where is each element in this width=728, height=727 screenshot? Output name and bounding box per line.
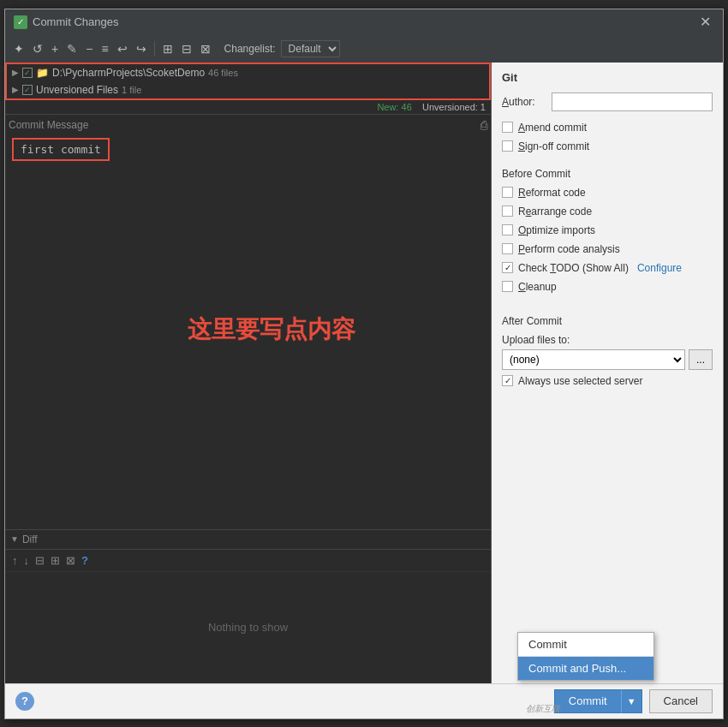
before-commit-divider: Before Commit (502, 168, 713, 180)
upload-row: (none) ... (502, 349, 713, 370)
dropdown-commit-push[interactable]: Commit and Push... (518, 656, 653, 680)
list-button[interactable]: ≡ (98, 40, 111, 57)
commit-dialog: ✓ Commit Changes ✕ ✦ ↺ + ✎ − ≡ ↩ ↪ ⊞ ⊟ ⊠… (4, 9, 724, 719)
rearrange-label: Rearrange code (518, 206, 592, 218)
analyze-label: Perform code analysis (518, 243, 620, 255)
after-commit-divider: After Commit (502, 315, 713, 327)
edit-button[interactable]: ✎ (63, 40, 81, 57)
tree-item-project[interactable]: ▶ 📁 D:\PycharmProjects\ScoketDemo 46 fil… (7, 64, 489, 81)
author-row: Author: (502, 92, 713, 111)
view2-button[interactable]: ⊟ (178, 40, 195, 57)
unversioned-count: 1 file (122, 85, 141, 95)
cleanup-checkbox[interactable] (502, 281, 513, 292)
upload-browse-btn[interactable]: ... (689, 349, 713, 370)
signoff-label: Sign-off commit (518, 140, 589, 152)
diff-label: Diff (22, 533, 38, 545)
watermark-logo: 创新互联 (526, 703, 560, 715)
todo-checkbox[interactable] (502, 262, 513, 273)
reformat-checkbox[interactable] (502, 187, 513, 198)
diff-toolbar: ↑ ↓ ⊟ ⊞ ⊠ ? (5, 550, 491, 572)
signoff-checkbox[interactable] (502, 140, 513, 152)
status-unversioned: Unversioned: 1 (422, 102, 486, 112)
changelist-select[interactable]: Default (281, 40, 340, 57)
title-bar-left: ✓ Commit Changes (14, 15, 118, 29)
view1-button[interactable]: ⊞ (159, 40, 176, 57)
unversioned-checkbox[interactable] (22, 85, 33, 95)
file-tree: ▶ 📁 D:\PycharmProjects\ScoketDemo 46 fil… (5, 63, 491, 100)
undo-button[interactable]: ↩ (114, 40, 131, 57)
close-button[interactable]: ✕ (696, 14, 714, 31)
rearrange-row: Rearrange code (502, 206, 713, 218)
analyze-checkbox[interactable] (502, 243, 513, 254)
commit-textarea[interactable] (9, 134, 487, 526)
analyze-row: Perform code analysis (502, 243, 713, 255)
dialog-icon: ✓ (14, 15, 27, 29)
diff-view1-btn[interactable]: ⊟ (33, 552, 46, 569)
amend-label: Amend commit (518, 122, 587, 134)
help-button[interactable]: ? (15, 692, 34, 711)
refresh-button[interactable]: ↺ (29, 40, 46, 57)
diff-up-btn[interactable]: ↑ (10, 552, 20, 569)
cleanup-label: Cleanup (518, 281, 557, 293)
minus-button[interactable]: − (82, 40, 96, 57)
author-label: Author: (502, 96, 545, 108)
todo-label: Check TODO (Show All) (518, 262, 629, 274)
left-panel: ▶ 📁 D:\PycharmProjects\ScoketDemo 46 fil… (5, 63, 492, 683)
cleanup-row: Cleanup (502, 281, 713, 293)
optimize-checkbox[interactable] (502, 224, 513, 235)
reformat-row: Reformat code (502, 187, 713, 199)
always-server-label: Always use selected server (518, 375, 642, 387)
toolbar-separator (154, 41, 155, 57)
always-server-row: Always use selected server (502, 375, 713, 387)
optimize-row: Optimize imports (502, 224, 713, 236)
commit-message-action[interactable]: ⎙ (480, 118, 487, 132)
dropdown-commit[interactable]: Commit (518, 633, 653, 656)
diff-down-btn[interactable]: ↓ (22, 552, 32, 569)
after-commit-section: After Commit Upload files to: (none) ...… (502, 307, 713, 394)
changelist-label: Changelist: (224, 43, 276, 55)
project-path: D:\PycharmProjects\ScoketDemo (52, 67, 205, 79)
optimize-label: Optimize imports (518, 224, 595, 236)
project-count: 46 files (208, 68, 238, 78)
main-content: ▶ 📁 D:\PycharmProjects\ScoketDemo 46 fil… (5, 63, 723, 683)
diff-header: ▼ Diff (5, 530, 491, 550)
commit-split-button: Commit ▼ (554, 689, 642, 713)
signoff-commit-row: Sign-off commit (502, 140, 713, 152)
todo-row: Check TODO (Show All) Configure (502, 262, 713, 274)
reformat-label: Reformat code (518, 187, 586, 199)
diff-view2-btn[interactable]: ⊞ (49, 552, 62, 569)
configure-link[interactable]: Configure (637, 262, 682, 274)
git-section-title: Git (502, 71, 713, 84)
status-new: New: 46 (377, 102, 411, 112)
rearrange-checkbox[interactable] (502, 206, 513, 217)
folder-icon: 📁 (36, 67, 49, 79)
right-panel: Git Author: Amend commit Sign-off commi (492, 63, 723, 683)
commit-dropdown-arrow[interactable]: ▼ (621, 689, 642, 713)
redo-button[interactable]: ↪ (133, 40, 150, 57)
commit-main-button[interactable]: Commit (554, 689, 621, 713)
diff-content: Nothing to show (5, 572, 491, 683)
toolbar: ✦ ↺ + ✎ − ≡ ↩ ↪ ⊞ ⊟ ⊠ Changelist: Defaul… (5, 35, 723, 63)
amend-checkbox[interactable] (502, 122, 513, 133)
new-file-button[interactable]: + (48, 40, 62, 57)
diff-view3-btn[interactable]: ⊠ (64, 552, 77, 569)
project-checkbox[interactable] (22, 68, 33, 78)
expand-arrow: ▶ (12, 68, 19, 77)
action-buttons: Commit ▼ Cancel (554, 689, 713, 713)
dialog-title: Commit Changes (33, 15, 118, 28)
always-server-checkbox[interactable] (502, 375, 513, 386)
cancel-button[interactable]: Cancel (649, 689, 713, 713)
view3-button[interactable]: ⊠ (197, 40, 214, 57)
unversioned-label: Unversioned Files (36, 84, 118, 96)
add-button[interactable]: ✦ (10, 40, 27, 57)
upload-select[interactable]: (none) (502, 349, 685, 370)
diff-help-btn[interactable]: ? (80, 552, 90, 569)
commit-textarea-wrapper: first commit 这里要写点内容 (9, 134, 487, 526)
diff-collapse-arrow[interactable]: ▼ (10, 534, 19, 544)
amend-commit-row: Amend commit (502, 122, 713, 134)
diff-empty-text: Nothing to show (208, 621, 288, 634)
tree-item-unversioned[interactable]: ▶ Unversioned Files 1 file (7, 81, 489, 98)
commit-message-section: Commit Message ⎙ first commit 这里要写点内容 (5, 115, 491, 529)
author-input[interactable] (552, 92, 713, 111)
title-bar: ✓ Commit Changes ✕ (5, 9, 723, 35)
